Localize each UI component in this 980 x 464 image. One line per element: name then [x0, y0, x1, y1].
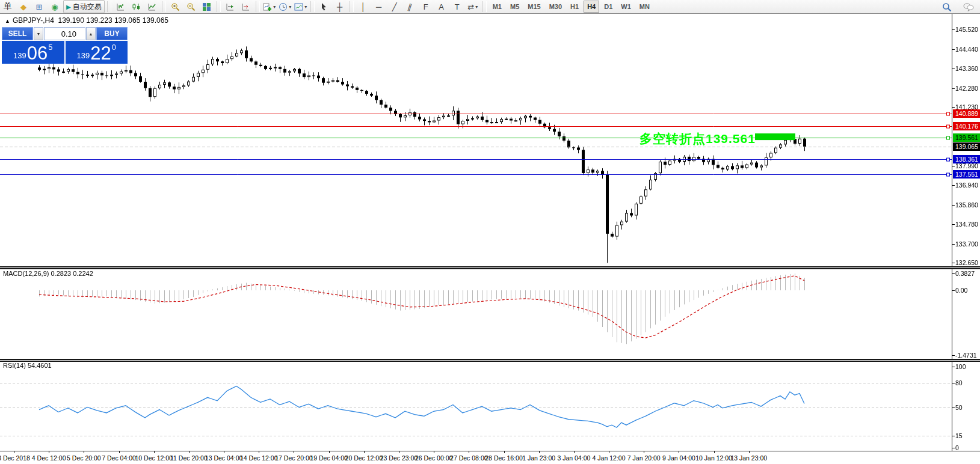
time-axis-tick [609, 451, 609, 453]
price-axis-tick: 143.360 [955, 65, 978, 72]
time-axis-tick [224, 451, 224, 453]
time-axis-tick [399, 451, 399, 453]
toolbar-separator [350, 1, 354, 12]
cursor-icon[interactable] [317, 0, 331, 13]
time-axis-tick [574, 451, 575, 453]
macd-indicator-canvas[interactable] [0, 269, 980, 359]
sell-price-display[interactable]: 139065 [2, 41, 64, 64]
macd-axis-tick: -1.4731 [955, 352, 977, 359]
candlestick-chart-icon[interactable] [129, 0, 144, 13]
zoom-out-icon[interactable] [184, 0, 199, 13]
price-axis-tick: 137.990 [955, 162, 978, 169]
rsi-indicator-label: RSI(14) 54.4601 [3, 362, 52, 369]
market-watch-icon[interactable]: ⊞ [32, 0, 46, 13]
zoom-in-icon[interactable] [168, 0, 183, 13]
rsi-indicator-canvas[interactable] [0, 362, 980, 451]
text-icon[interactable]: A [434, 0, 449, 13]
arrows-icon[interactable]: ⇄▾ [466, 0, 480, 13]
timeframe-button-m15[interactable]: M15 [524, 1, 544, 13]
time-axis-label: 10 Dec 12:00 [135, 454, 172, 462]
chart-profile-icon[interactable]: ◆ [16, 0, 31, 13]
timeframe-button-m30[interactable]: M30 [546, 1, 566, 13]
time-axis-label: 10 Jan 12:00 [695, 454, 732, 462]
time-axis-tick [259, 451, 259, 453]
time-axis-label: 4 Jan 12:00 [593, 454, 626, 462]
timeframe-button-w1[interactable]: W1 [617, 1, 635, 13]
time-axis-label: 13 Dec 04:00 [205, 454, 242, 462]
dropdown-caret-icon[interactable]: ▾ [304, 4, 307, 10]
volume-input[interactable]: 0.10 [44, 27, 85, 40]
price-tag-139.561: 139.561 [953, 133, 980, 142]
templates-icon[interactable]: ▾ [294, 0, 308, 13]
volume-decrease-button[interactable]: ▼ [34, 27, 43, 40]
label-icon[interactable]: T [450, 0, 464, 13]
time-axis-label: 3 Dec 2018 [0, 454, 30, 462]
buy-button[interactable]: BUY [96, 27, 128, 40]
timeframe-button-m5[interactable]: M5 [507, 1, 523, 13]
time-axis-label: 23 Dec 23:00 [380, 454, 418, 462]
terminal-window: 单◆⊞◉▶自动交易▾▾▾┼│─╱∥FAT⇄▾M1M5M15M30H1H4D1W1… [0, 0, 980, 464]
time-axis-tick [644, 451, 644, 453]
toolbar-right-group [939, 0, 976, 14]
time-axis-tick [49, 451, 49, 453]
time-axis-label: 20 Dec 12:00 [345, 454, 383, 462]
crosshair-icon[interactable]: ┼ [333, 0, 347, 13]
timeframe-button-mn[interactable]: MN [636, 1, 653, 13]
time-axis-label: 1 Jan 23:00 [522, 454, 555, 462]
bar-chart-icon[interactable] [114, 0, 128, 13]
price-axis-tick: 136.940 [955, 182, 978, 189]
channel-icon[interactable]: ∥ [403, 0, 418, 13]
chart-ohlc-quote: 139.190 139.223 139.065 139.065 [58, 16, 169, 25]
signals-icon[interactable]: ◉ [48, 0, 62, 13]
timeframe-button-h1[interactable]: H1 [567, 1, 582, 13]
time-axis-label: 27 Dec 08:00 [450, 454, 487, 462]
price-axis-tick: 145.520 [955, 26, 978, 33]
buy-price-display[interactable]: 139220 [66, 41, 128, 64]
time-axis-tick [364, 451, 365, 453]
timeframe-button-m1[interactable]: M1 [489, 1, 505, 13]
auto-scroll-icon[interactable] [223, 0, 238, 13]
price-tag-140.176: 140.176 [953, 122, 980, 130]
tile-windows-icon[interactable] [200, 0, 214, 13]
autotrading-button[interactable]: ▶自动交易 [63, 0, 105, 13]
vertical-line-icon[interactable]: │ [356, 0, 371, 13]
time-axis-tick [84, 451, 84, 453]
chart-shift-icon[interactable] [239, 0, 253, 13]
timeframe-button-h4[interactable]: H4 [584, 1, 599, 13]
sell-button[interactable]: SELL [2, 27, 33, 40]
dropdown-caret-icon[interactable]: ▾ [273, 4, 276, 10]
chart-marker-icon: ▲ [5, 18, 10, 24]
indicators-icon[interactable]: ▾ [262, 0, 277, 13]
toolbar-separator [310, 1, 315, 12]
trendline-icon[interactable]: ╱ [387, 0, 402, 13]
rsi-axis-tick: 100 [955, 363, 966, 370]
time-axis-label: 28 Dec 16:00 [485, 454, 522, 462]
time-axis-tick [749, 451, 750, 453]
price-tag-140.889: 140.889 [953, 109, 980, 118]
price-axis-tick: 135.860 [955, 201, 978, 209]
periods-icon[interactable]: ▾ [278, 0, 292, 13]
time-axis-tick [329, 451, 330, 453]
line-chart-icon[interactable] [145, 0, 159, 13]
time-axis-tick [154, 451, 155, 453]
new-order-icon[interactable]: 单 [1, 0, 15, 13]
time-axis[interactable]: 3 Dec 20184 Dec 12:005 Dec 20:007 Dec 04… [0, 451, 980, 464]
time-axis-label: 3 Jan 04:00 [557, 454, 590, 462]
timeframe-button-d1[interactable]: D1 [600, 1, 616, 13]
volume-increase-button[interactable]: ▲ [86, 27, 96, 40]
rsi-axis-tick: 0 [955, 444, 959, 451]
main-chart-canvas[interactable] [0, 14, 980, 266]
toolbar-separator [482, 1, 487, 12]
time-axis-tick [189, 451, 190, 453]
buy-price-prefix: 139 [77, 51, 90, 60]
dropdown-caret-icon[interactable]: ▾ [289, 4, 291, 10]
fibonacci-icon[interactable]: F [419, 0, 433, 13]
time-axis-label: 11 Dec 20:00 [170, 454, 208, 462]
rsi-axis-tick: 80 [955, 379, 963, 386]
dropdown-caret-icon[interactable]: ▾ [475, 4, 478, 10]
search-icon[interactable] [940, 1, 954, 14]
main-toolbar: 单◆⊞◉▶自动交易▾▾▾┼│─╱∥FAT⇄▾M1M5M15M30H1H4D1W1… [0, 0, 980, 14]
time-axis-label: 17 Dec 20:00 [275, 454, 312, 462]
horizontal-line-icon[interactable]: ─ [372, 0, 386, 13]
chat-icon[interactable] [961, 1, 976, 14]
